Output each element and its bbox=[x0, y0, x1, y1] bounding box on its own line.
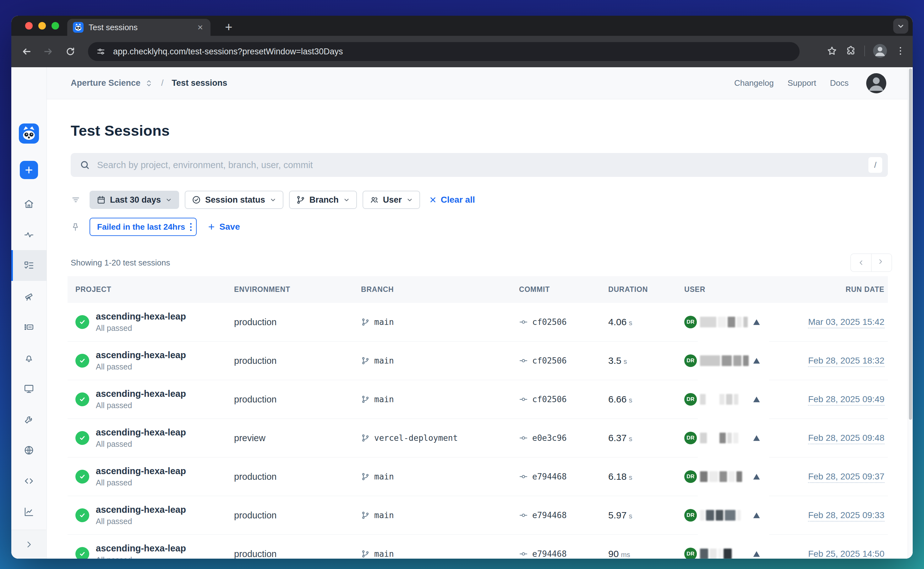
toolbar-divider bbox=[864, 46, 865, 56]
project-name[interactable]: ascending-hexa-leap bbox=[96, 543, 186, 554]
user-cell: DR bbox=[684, 509, 790, 522]
project-name[interactable]: ascending-hexa-leap bbox=[96, 427, 186, 438]
project-name[interactable]: ascending-hexa-leap bbox=[96, 350, 186, 361]
user-cell: DR bbox=[684, 354, 790, 367]
user-cell: DR bbox=[684, 316, 790, 328]
support-link[interactable]: Support bbox=[788, 78, 816, 88]
environment: production bbox=[234, 549, 361, 559]
docs-link[interactable]: Docs bbox=[830, 78, 849, 88]
address-bar[interactable]: app.checklyhq.com/test-sessions?presetWi… bbox=[88, 42, 799, 61]
account-switcher-icon[interactable] bbox=[145, 79, 153, 87]
sidebar-item-maintenance-windows[interactable] bbox=[11, 312, 47, 342]
user-filter[interactable]: User bbox=[363, 191, 420, 209]
project-name[interactable]: ascending-hexa-leap bbox=[96, 389, 186, 399]
user-avatar[interactable] bbox=[866, 73, 886, 93]
sidebar-expand-button[interactable] bbox=[11, 530, 46, 558]
sidebar-item-dashboards[interactable] bbox=[11, 373, 47, 404]
browser-menu-icon[interactable] bbox=[895, 46, 906, 56]
sidebar-item-maintenance[interactable] bbox=[11, 404, 47, 435]
chevron-right-icon bbox=[24, 540, 34, 549]
telescope-icon bbox=[24, 291, 34, 302]
environment: production bbox=[234, 356, 361, 366]
back-button[interactable] bbox=[19, 44, 34, 59]
project-name[interactable]: ascending-hexa-leap bbox=[96, 311, 186, 322]
status-passed-icon bbox=[75, 431, 89, 445]
site-settings-icon[interactable] bbox=[96, 47, 106, 56]
status-passed-icon bbox=[75, 470, 89, 484]
branch-name: main bbox=[374, 395, 394, 404]
app-header: Aperture Science / Test sessions Changel… bbox=[47, 67, 913, 99]
sidebar-item-alerts[interactable] bbox=[11, 342, 47, 373]
browser-tab[interactable]: Test sessions × bbox=[67, 19, 211, 36]
sidebar-item-explore[interactable] bbox=[11, 281, 47, 312]
branch-filter[interactable]: Branch bbox=[289, 191, 357, 209]
page-title: Test Sessions bbox=[71, 122, 913, 139]
scrollbar-thumb[interactable] bbox=[909, 68, 912, 420]
saved-filter-chip[interactable]: Failed in the last 24hrs bbox=[90, 218, 197, 236]
search-input[interactable] bbox=[97, 160, 863, 170]
vercel-icon bbox=[752, 472, 761, 481]
tab-search-button[interactable] bbox=[893, 18, 908, 33]
reload-button[interactable] bbox=[63, 44, 78, 59]
run-date-link[interactable]: Feb 25, 2025 14:50 bbox=[808, 549, 884, 558]
vercel-icon bbox=[752, 511, 761, 520]
chevron-down-icon bbox=[270, 196, 277, 203]
wrench-icon bbox=[24, 414, 34, 425]
x-icon bbox=[429, 196, 437, 204]
branch-name: main bbox=[374, 356, 394, 365]
sidebar-item-private-locations[interactable] bbox=[11, 435, 47, 466]
status-passed-icon bbox=[75, 354, 89, 368]
run-date-link[interactable]: Feb 28, 2025 09:49 bbox=[808, 394, 884, 406]
user-cell: DR bbox=[684, 432, 790, 444]
project-name[interactable]: ascending-hexa-leap bbox=[96, 505, 186, 515]
session-status: All passed bbox=[96, 362, 186, 371]
run-date-link[interactable]: Feb 28, 2025 18:32 bbox=[808, 356, 884, 367]
page-scrollbar[interactable] bbox=[908, 67, 913, 558]
search-bar[interactable]: / bbox=[71, 153, 888, 177]
browser-profile-avatar[interactable] bbox=[873, 44, 887, 58]
checkly-logo[interactable] bbox=[11, 118, 47, 149]
branch-name: main bbox=[374, 317, 394, 327]
tab-close-icon[interactable]: × bbox=[195, 22, 205, 33]
duration: 4.06s bbox=[608, 317, 684, 327]
previous-page-button[interactable] bbox=[851, 254, 871, 272]
user-avatar-initials: DR bbox=[684, 354, 697, 367]
check-circle-icon bbox=[191, 195, 201, 205]
bell-icon bbox=[24, 353, 34, 363]
maximize-window-button[interactable] bbox=[52, 22, 59, 29]
new-tab-button[interactable]: + bbox=[221, 20, 236, 35]
commit-hash: e794468 bbox=[532, 472, 567, 481]
chevron-left-icon bbox=[857, 259, 865, 266]
save-filter-button[interactable]: Save bbox=[207, 222, 240, 232]
redacted-user-name bbox=[700, 355, 750, 366]
sidebar-item-analytics[interactable] bbox=[11, 496, 47, 527]
kebab-menu-icon[interactable] bbox=[190, 223, 191, 231]
sidebar-item-test-sessions[interactable] bbox=[11, 250, 47, 281]
date-range-filter[interactable]: Last 30 days bbox=[90, 191, 179, 209]
git-branch-icon bbox=[361, 434, 370, 443]
sidebar-item-monitoring[interactable] bbox=[11, 219, 47, 250]
sidebar-item-runtimes[interactable] bbox=[11, 466, 47, 496]
sidebar-item-home[interactable] bbox=[11, 189, 47, 219]
project-name[interactable]: ascending-hexa-leap bbox=[96, 466, 186, 476]
extensions-icon[interactable] bbox=[845, 46, 856, 56]
run-date-link[interactable]: Mar 03, 2025 15:42 bbox=[808, 317, 884, 328]
pagination bbox=[851, 254, 892, 272]
forward-button[interactable] bbox=[41, 44, 56, 59]
run-date-link[interactable]: Feb 28, 2025 09:37 bbox=[808, 472, 884, 483]
session-status: All passed bbox=[96, 401, 186, 410]
run-date-link[interactable]: Feb 28, 2025 09:48 bbox=[808, 433, 884, 444]
session-status-filter[interactable]: Session status bbox=[185, 191, 283, 209]
changelog-link[interactable]: Changelog bbox=[734, 78, 774, 88]
minimize-window-button[interactable] bbox=[38, 22, 46, 29]
breadcrumb-account[interactable]: Aperture Science bbox=[71, 78, 140, 88]
bookmark-star-icon[interactable] bbox=[827, 46, 837, 56]
next-page-button[interactable] bbox=[871, 254, 892, 272]
line-chart-icon bbox=[24, 507, 34, 517]
create-new-button[interactable] bbox=[11, 155, 47, 186]
close-window-button[interactable] bbox=[25, 22, 33, 29]
clear-all-button[interactable]: Clear all bbox=[429, 195, 475, 205]
run-date-link[interactable]: Feb 28, 2025 09:33 bbox=[808, 510, 884, 522]
commit-hash: e794468 bbox=[532, 511, 567, 520]
user-avatar-initials: DR bbox=[684, 393, 697, 406]
